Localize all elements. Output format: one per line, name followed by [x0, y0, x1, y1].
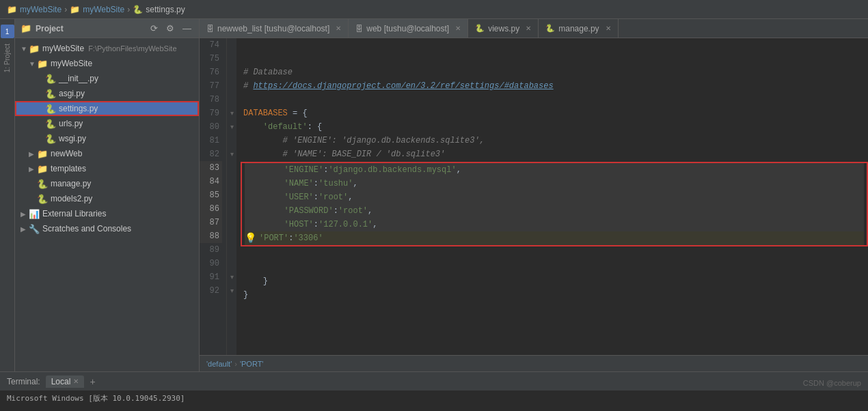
ln-89: 89	[200, 243, 222, 257]
gear-icon[interactable]: ⚙	[164, 23, 176, 34]
code-line-90	[243, 261, 868, 274]
tree-item-root[interactable]: ▼ 📁 myWebSite F:\PythonFiles\myWebSite	[15, 41, 199, 56]
tree-item-manage[interactable]: 🐍 manage.py	[15, 176, 199, 191]
code-line-79: DATABASES = {	[243, 107, 868, 120]
tree-item-models2[interactable]: 🐍 models2.py	[15, 191, 199, 206]
python-icon-models2: 🐍	[37, 194, 48, 204]
ln-87: 87	[200, 216, 222, 229]
tree-label-urls: urls.py	[59, 119, 83, 128]
python-icon-wsgi: 🐍	[45, 134, 56, 144]
fold-79[interactable]: ▾	[227, 107, 236, 120]
status-default: 'default'	[206, 360, 232, 368]
tab-close-views[interactable]: ✕	[526, 25, 531, 32]
project-icon: 1	[5, 28, 10, 36]
fold-92[interactable]: ▾	[227, 284, 236, 298]
code-area[interactable]: # Database # https://docs.djangoproject.…	[236, 38, 868, 355]
terminal-bar: Terminal: Local ✕ +	[0, 371, 868, 391]
folder-icon-newweb: 📁	[37, 149, 48, 159]
python-icon-asgi: 🐍	[45, 89, 56, 99]
ln-86: 86	[200, 202, 222, 216]
ln-74: 74	[200, 38, 222, 52]
tree-item-extlibs[interactable]: ▶ 📊 External Libraries	[15, 206, 199, 221]
tab-views[interactable]: 🐍 views.py ✕	[468, 19, 539, 38]
tab-manage[interactable]: 🐍 manage.py ✕	[539, 19, 618, 38]
ln-77: 77	[200, 79, 222, 93]
line-numbers: 74 75 76 77 78 79 80 81 82 83 84 85 86 8…	[200, 38, 227, 355]
fold-gutter: ▾ ▾ ▾ ▾ ▾	[227, 38, 236, 355]
ln-85: 85	[200, 188, 222, 202]
tree-label-manage: manage.py	[51, 179, 91, 188]
fold-82[interactable]: ▾	[227, 147, 236, 161]
python-icon-init: 🐍	[45, 74, 56, 84]
project-toggle[interactable]: 1	[1, 25, 14, 38]
tree-item-settings[interactable]: 🐍 settings.py	[15, 101, 199, 116]
code-line-89	[243, 247, 868, 261]
status-breadcrumb: 'default' › 'PORT'	[206, 360, 263, 368]
title-bar: 📁 myWebSite › 📁 myWebSite › 🐍 settings.p…	[0, 0, 868, 19]
tab-close-newweb[interactable]: ✕	[336, 25, 341, 32]
tree-item-urls[interactable]: 🐍 urls.py	[15, 116, 199, 131]
tree-item-newweb[interactable]: ▶ 📁 newWeb	[15, 146, 199, 161]
terminal-tab-close[interactable]: ✕	[73, 378, 79, 385]
tab-close-manage[interactable]: ✕	[606, 25, 611, 32]
tab-web[interactable]: 🗄 web [tushu@localhost] ✕	[349, 19, 468, 38]
py-icon-manage: 🐍	[545, 24, 555, 33]
project-root: myWebSite	[20, 5, 62, 14]
collapse-btn[interactable]: —	[180, 23, 193, 34]
tab-label-web: web [tushu@localhost]	[366, 24, 449, 33]
expand-arrow-scratches: ▶	[21, 225, 27, 233]
bulb-icon[interactable]: 💡	[245, 231, 256, 245]
tree-label-wsgi: wsgi.py	[59, 134, 86, 143]
terminal-tab-local[interactable]: Local ✕	[46, 375, 85, 388]
tree-item-templates[interactable]: ▶ 📁 templates	[15, 161, 199, 176]
tree-label-scratches: Scratches and Consoles	[42, 224, 131, 233]
folder-icon-templates: 📁	[37, 164, 48, 174]
code-line-91: }	[243, 274, 868, 288]
python-icon-urls: 🐍	[45, 119, 56, 129]
add-terminal-btn[interactable]: +	[90, 376, 95, 387]
tree-label-settings: settings.py	[59, 104, 98, 113]
ln-82: 82	[200, 147, 222, 161]
ln-84: 84	[200, 175, 222, 188]
folder-icon-header: 📁	[21, 23, 31, 33]
code-line-92: }	[243, 288, 868, 302]
tree-label-root: myWebSite	[42, 44, 84, 53]
status-port: 'PORT'	[240, 360, 264, 368]
tree-item-wsgi[interactable]: 🐍 wsgi.py	[15, 131, 199, 146]
code-line-81: # 'ENGINE': 'django.db.backends.sqlite3'…	[243, 134, 868, 147]
tree-item-init[interactable]: 🐍 __init__.py	[15, 71, 199, 86]
tree-item-asgi[interactable]: 🐍 asgi.py	[15, 86, 199, 101]
tree-label-templates: templates	[51, 164, 86, 173]
folder-icon-root: 📁	[29, 44, 40, 54]
editor-panel: 🗄 newweb_list [tushu@localhost] ✕ 🗄 web …	[200, 19, 868, 371]
code-line-78	[243, 93, 868, 107]
expand-arrow-newweb: ▶	[29, 150, 36, 158]
fold-80[interactable]: ▾	[227, 120, 236, 134]
breadcrumb: 📁 myWebSite › 📁 myWebSite › 🐍 settings.p…	[7, 5, 185, 14]
terminal-content: Microsoft Windows [版本 10.0.19045.2930]	[0, 391, 868, 411]
console-icon: 🔧	[29, 224, 40, 234]
file-icon: 🐍	[133, 5, 143, 14]
tree-label-newweb: newWeb	[51, 149, 82, 158]
editor-content: 74 75 76 77 78 79 80 81 82 83 84 85 86 8…	[200, 38, 868, 355]
expand-arrow-extlibs: ▶	[21, 210, 27, 218]
code-line-85: 'USER':'root',	[245, 190, 864, 204]
ln-90: 90	[200, 257, 222, 270]
breadcrumb-sep1: ›	[64, 5, 67, 14]
watermark: CSDN @coberup	[803, 379, 861, 387]
tab-close-web[interactable]: ✕	[455, 25, 461, 32]
tree-item-mywebsite[interactable]: ▼ 📁 myWebSite	[15, 56, 199, 71]
ln-83: 83	[200, 161, 222, 175]
tab-newweb-list[interactable]: 🗄 newweb_list [tushu@localhost] ✕	[200, 19, 349, 38]
tree-label-extlibs: External Libraries	[42, 209, 106, 218]
fold-91[interactable]: ▾	[227, 270, 236, 284]
ln-75: 75	[200, 52, 222, 66]
folder-icon: 📁	[7, 5, 17, 14]
tree-item-scratches[interactable]: ▶ 🔧 Scratches and Consoles	[15, 221, 199, 236]
project-panel: 📁 Project ⟳ ⚙ — ▼ 📁 myWebSite F:\PythonF…	[15, 19, 200, 371]
sync-btn[interactable]: ⟳	[148, 23, 160, 34]
code-line-80: 'default': {	[243, 120, 868, 134]
ln-76: 76	[200, 66, 222, 79]
db-icon-web: 🗄	[355, 25, 363, 33]
tab-label-newweb: newweb_list [tushu@localhost]	[217, 24, 329, 33]
